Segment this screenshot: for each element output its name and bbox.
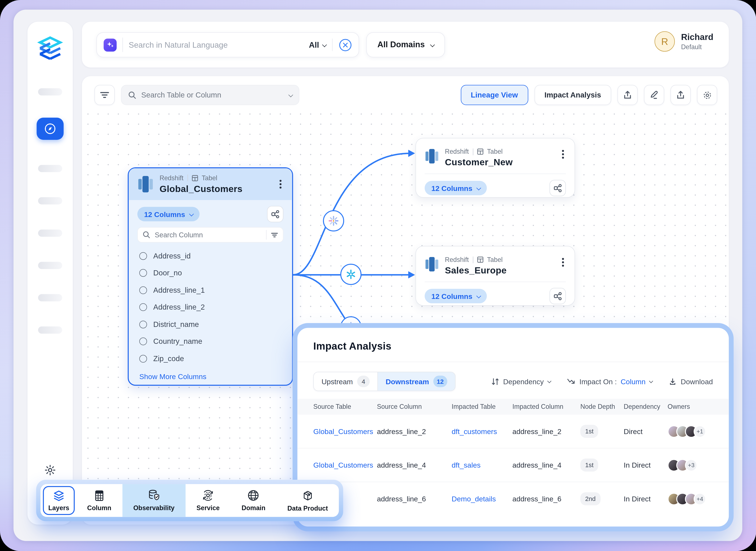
- sidebar-item-placeholder[interactable]: [38, 88, 62, 96]
- type-label: Tabel: [487, 256, 503, 263]
- impacted-table-link[interactable]: dft_customers: [452, 427, 497, 435]
- table-row[interactable]: Global_Customers address_line_4 dft_sale…: [297, 448, 729, 482]
- owners-avatars[interactable]: +3: [668, 459, 729, 472]
- divider: [266, 230, 267, 240]
- sidebar-item-placeholder[interactable]: [38, 197, 62, 204]
- impact-on-dropdown[interactable]: Impact On : Column: [567, 377, 652, 386]
- toolbar-item-service[interactable]: Service: [186, 484, 231, 517]
- column-row[interactable]: Address_line_2: [139, 299, 283, 316]
- upload-button[interactable]: [671, 85, 691, 105]
- toolbar-item-layers[interactable]: Layers: [43, 486, 75, 515]
- radio-icon[interactable]: [139, 252, 147, 260]
- table-icon: [477, 256, 483, 263]
- expand-lineage-button[interactable]: [267, 206, 283, 222]
- node-menu-button[interactable]: [278, 178, 283, 190]
- toolbar-item-data-product[interactable]: Data Product: [276, 484, 339, 517]
- download-button[interactable]: Download: [669, 377, 713, 386]
- search-scope-dropdown[interactable]: All: [309, 40, 326, 49]
- sidebar-item-placeholder[interactable]: [38, 229, 62, 237]
- column-row[interactable]: Zip_code: [139, 350, 283, 367]
- lineage-icon: [553, 184, 562, 192]
- sidebar-item-placeholder[interactable]: [38, 262, 62, 269]
- layers-icon: [53, 490, 65, 501]
- sidebar-item-placeholder[interactable]: [38, 165, 62, 172]
- sort-dependency-dropdown[interactable]: Dependency: [491, 377, 551, 386]
- node-customer-new[interactable]: Redshift Tabel Customer_New: [416, 138, 575, 198]
- owners-avatars[interactable]: +4: [668, 493, 729, 505]
- filter-button[interactable]: [94, 85, 115, 105]
- table-column-search[interactable]: Search Table or Column: [121, 85, 299, 105]
- sidebar-settings-button[interactable]: [44, 464, 56, 476]
- impacted-column-cell: address_line_2: [512, 415, 580, 448]
- table-row[interactable]: Global_Customers address_line_2 dft_cust…: [297, 415, 729, 448]
- node-title: Global_Customers: [159, 183, 242, 194]
- radio-icon[interactable]: [139, 355, 147, 363]
- table-icon: [192, 175, 198, 181]
- tab-upstream[interactable]: Upstream 4: [314, 372, 377, 391]
- impact-on-value: Column: [621, 377, 646, 386]
- impacted-table-link[interactable]: Demo_details: [452, 495, 496, 503]
- node-global-customers[interactable]: Redshift Tabel Global_Customers: [128, 167, 293, 386]
- col-impacted-column: Impacted Column: [512, 399, 580, 415]
- chevron-down-icon: [189, 211, 194, 216]
- tab-downstream[interactable]: Downstream 12: [377, 372, 455, 391]
- impact-analysis-button[interactable]: Impact Analysis: [534, 85, 611, 105]
- redshift-icon: [425, 148, 439, 164]
- sort-label: Dependency: [503, 377, 544, 386]
- export-button[interactable]: [617, 85, 638, 105]
- dependency-cell: In Direct: [624, 482, 668, 516]
- col-node-depth: Node Depth: [580, 399, 624, 415]
- search-input[interactable]: Search in Natural Language: [129, 40, 309, 49]
- toolbar-item-observability[interactable]: Observability: [122, 484, 186, 517]
- radio-icon[interactable]: [139, 338, 147, 345]
- chevron-down-icon: [288, 92, 293, 97]
- lineage-view-button[interactable]: Lineage View: [461, 85, 528, 105]
- radio-icon[interactable]: [139, 269, 147, 277]
- columns-pill[interactable]: 12 Columns: [425, 181, 487, 195]
- columns-pill[interactable]: 12 Columns: [137, 207, 200, 221]
- expand-lineage-button[interactable]: [550, 180, 566, 196]
- radio-icon[interactable]: [139, 304, 147, 311]
- column-row[interactable]: District_name: [139, 316, 283, 333]
- owners-avatars[interactable]: +1: [668, 425, 729, 438]
- transform-step-node[interactable]: [323, 210, 344, 231]
- column-row[interactable]: Address_line_1: [139, 282, 283, 299]
- source-table-link[interactable]: Global_Customers: [313, 427, 373, 435]
- source-table-link[interactable]: Global_Customers: [313, 461, 373, 469]
- source-column-cell: address_line_4: [377, 448, 452, 482]
- column-search-input[interactable]: Search Column: [137, 227, 283, 242]
- toolbar-item-label: Column: [81, 504, 117, 511]
- edit-button[interactable]: [644, 85, 664, 105]
- sidebar-item-explore[interactable]: [37, 118, 63, 140]
- settings-button[interactable]: [697, 85, 717, 105]
- service-gear-icon: [202, 489, 214, 501]
- columns-pill[interactable]: 12 Columns: [425, 289, 487, 304]
- table-row[interactable]: address_line_6 Demo_details address_line…: [297, 482, 729, 516]
- toolbar-item-column[interactable]: Column: [76, 484, 122, 517]
- node-meta: Redshift Tabel: [159, 174, 242, 181]
- node-menu-button[interactable]: [560, 148, 566, 160]
- filter-lines-icon[interactable]: [271, 232, 278, 238]
- show-more-columns-link[interactable]: Show More Columns: [129, 367, 206, 380]
- node-sales-europe[interactable]: Redshift Tabel Sales_Europe: [416, 246, 575, 306]
- toolbar-item-domain[interactable]: Domain: [231, 484, 276, 517]
- natural-language-search[interactable]: Search in Natural Language All: [96, 32, 359, 57]
- impacted-table-link[interactable]: dft_sales: [452, 461, 480, 469]
- sidebar-item-placeholder[interactable]: [38, 327, 62, 334]
- expand-lineage-button[interactable]: [550, 288, 566, 304]
- snowflake-step-node[interactable]: [340, 264, 361, 285]
- sidebar-item-placeholder[interactable]: [38, 294, 62, 302]
- canvas-toolbar: Search Table or Column Lineage View Impa…: [94, 84, 717, 106]
- column-row[interactable]: Country_name: [139, 333, 283, 350]
- source-label: Redshift: [445, 148, 469, 155]
- user-name: Richard: [681, 32, 713, 42]
- radio-icon[interactable]: [139, 286, 147, 294]
- compass-icon: [44, 122, 56, 135]
- clear-search-button[interactable]: [339, 38, 352, 51]
- radio-icon[interactable]: [139, 321, 147, 328]
- column-row[interactable]: Address_id: [139, 247, 283, 264]
- domains-dropdown[interactable]: All Domains: [366, 32, 445, 57]
- column-row[interactable]: Door_no: [139, 264, 283, 282]
- user-menu[interactable]: R Richard Default: [654, 31, 713, 52]
- node-menu-button[interactable]: [560, 256, 566, 268]
